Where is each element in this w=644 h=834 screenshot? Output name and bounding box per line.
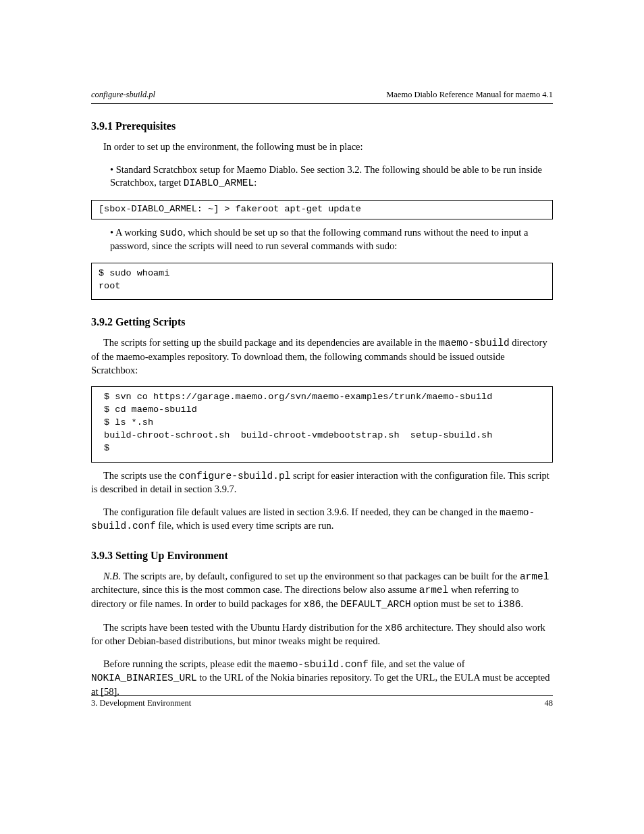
para-configure-script: The scripts use the configure-sbuild.pl … — [91, 469, 553, 496]
para-prereq-intro: In order to set up the environment, the … — [91, 140, 553, 154]
section-title-scripts: 3.9.2 Getting Scripts — [91, 316, 553, 328]
bullet-sudo: • A working sudo, which should be set up… — [91, 226, 553, 253]
para-config-file: The configuration file default values ar… — [91, 506, 553, 533]
page-footer: 3. Development Environment 48 — [91, 695, 553, 708]
code-apt-get-update: [sbox-DIABLO_ARMEL: ~] > fakeroot apt-ge… — [91, 200, 553, 219]
code-sudo-whoami: $ sudo whoami root — [91, 263, 553, 301]
header-right: Maemo Diablo Reference Manual for maemo … — [386, 90, 553, 100]
footer-left: 3. Development Environment — [91, 698, 191, 708]
para-tested: The scripts have been tested with the Ub… — [91, 621, 553, 648]
code-svn-checkout: $ svn co https://garage.maemo.org/svn/ma… — [91, 386, 553, 462]
header-left: configure-sbuild.pl — [91, 90, 155, 100]
header-rule — [91, 103, 553, 104]
section-title-prerequisites: 3.9.1 Prerequisites — [91, 120, 553, 132]
bullet-scratchbox: • Standard Scratchbox setup for Maemo Di… — [91, 163, 553, 190]
page-header: configure-sbuild.pl Maemo Diablo Referen… — [91, 90, 553, 103]
section-title-env: 3.9.3 Setting Up Environment — [91, 550, 553, 562]
para-before-running: Before running the scripts, please edit … — [91, 658, 553, 699]
para-scripts-intro: The scripts for setting up the sbuild pa… — [91, 336, 553, 377]
para-nb: N.B. The scripts are, by default, config… — [91, 570, 553, 612]
footer-rule — [91, 695, 553, 696]
footer-page-number: 48 — [545, 698, 554, 708]
